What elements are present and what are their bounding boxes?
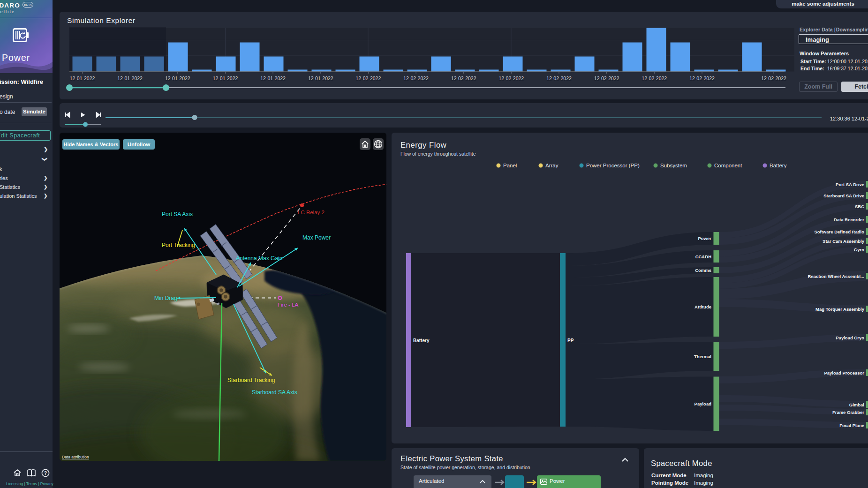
svg-text:Port Tracking: Port Tracking [162,242,195,248]
svg-text:?: ? [44,470,47,476]
svg-text:Battery: Battery [770,163,787,168]
svg-text:12-02-2022: 12-02-2022 [689,75,715,81]
svg-text:Mag Torquer Assembly: Mag Torquer Assembly [815,307,865,312]
svg-text:Payload Cryo: Payload Cryo [836,335,864,340]
svg-text:Power: Power [698,236,711,241]
svg-text:12-02-2022: 12-02-2022 [498,75,524,81]
svg-text:Port SA Drive: Port SA Drive [836,182,864,187]
svg-text:Panel: Panel [503,163,517,168]
svg-text:CC&DH: CC&DH [695,254,711,259]
svg-text:Gimbal: Gimbal [849,402,864,407]
svg-text:Frame Grabber: Frame Grabber [832,410,864,415]
svg-text:Min Drag: Min Drag [154,295,177,301]
svg-text:Payload Processor: Payload Processor [824,370,864,375]
svg-text:Attitude: Attitude [694,304,711,309]
svg-text:12-01-2022: 12-01-2022 [213,75,238,81]
svg-text:12-01-2022: 12-01-2022 [165,75,190,81]
svg-text:12-02-2022: 12-02-2022 [761,75,786,81]
svg-text:Component: Component [714,163,742,168]
svg-text:Data Recorder: Data Recorder [834,217,864,222]
svg-text:LC Relay 2: LC Relay 2 [298,210,325,215]
svg-text:Subsystem: Subsystem [660,163,687,168]
svg-text:Starboard SA Drive: Starboard SA Drive [823,193,864,198]
svg-text:PP: PP [567,338,574,343]
svg-text:12-01-2022: 12-01-2022 [260,75,286,81]
svg-text:Star Cam Assembly: Star Cam Assembly [823,239,865,244]
svg-text:Array: Array [545,163,559,168]
svg-text:Reaction Wheel Assembl...: Reaction Wheel Assembl... [808,274,864,279]
svg-text:12-01-2022: 12-01-2022 [70,75,95,81]
svg-text:12-02-2022: 12-02-2022 [594,75,619,81]
svg-text:Starboard Tracking: Starboard Tracking [227,377,275,383]
svg-text:12-02-2022: 12-02-2022 [451,75,476,81]
svg-text:Thermal: Thermal [694,354,711,359]
svg-text:12-02-2022: 12-02-2022 [546,75,572,81]
svg-text:Port SA Axis: Port SA Axis [162,211,193,218]
svg-text:12-02-2022: 12-02-2022 [356,75,381,81]
svg-text:12-01-2022: 12-01-2022 [308,75,333,81]
svg-text:12-02-2022: 12-02-2022 [403,75,429,81]
svg-text:Antenna Max Gain: Antenna Max Gain [236,255,282,262]
svg-text:12-02-2022: 12-02-2022 [642,75,667,81]
svg-text:SBC: SBC [855,204,864,209]
svg-text:Fire - LA: Fire - LA [278,302,298,308]
svg-text:Payload: Payload [694,401,712,406]
svg-text:Focal Plane: Focal Plane [839,423,864,428]
svg-text:Power Processor (PP): Power Processor (PP) [586,163,640,168]
svg-text:Max Power: Max Power [302,234,331,241]
svg-text:12-01-2022: 12-01-2022 [117,75,143,81]
svg-text:Software Defined Radio: Software Defined Radio [814,229,864,234]
svg-text:Gyro: Gyro [854,247,864,252]
svg-text:Comms: Comms [695,268,711,273]
svg-text:Battery: Battery [413,338,430,343]
svg-text:Starboard SA Axis: Starboard SA Axis [252,389,297,396]
